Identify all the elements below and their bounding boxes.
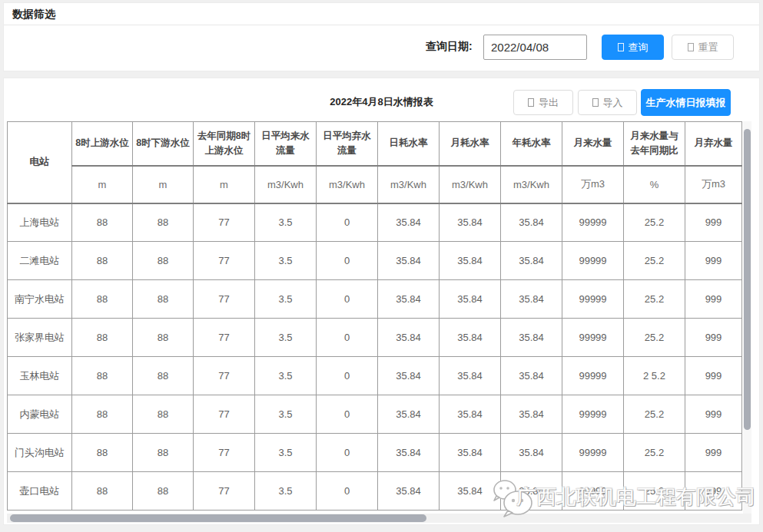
vertical-scrollbar: [743, 121, 751, 514]
data-cell: 88: [72, 242, 133, 280]
data-cell: 88: [72, 280, 133, 319]
daily-report-fill-button[interactable]: 生产水情日报填报: [641, 89, 731, 116]
column-unit: %: [624, 166, 685, 203]
data-cell: 35.84: [378, 434, 440, 472]
column-header: 月来水量与去年同期比: [624, 122, 685, 166]
column-unit: m: [194, 166, 255, 203]
table-row: 内蒙电站8888773.5035.8435.8435.849999925.299…: [8, 395, 742, 434]
column-unit: m3/Kwh: [317, 166, 378, 203]
table-row: 门头沟电站8888773.5035.8435.8435.849999925.29…: [8, 434, 742, 472]
data-cell: 99999: [562, 280, 624, 319]
query-date-input[interactable]: [483, 35, 587, 60]
data-cell: 88: [72, 472, 133, 511]
data-cell: 0: [317, 472, 378, 511]
data-cell: 77: [194, 203, 255, 242]
data-cell: 25.2: [624, 203, 685, 242]
data-cell: 35.84: [501, 319, 562, 357]
data-cell: 88: [133, 434, 194, 472]
station-cell: 南宁水电站: [8, 280, 72, 319]
data-cell: 3.5: [255, 203, 317, 242]
column-unit: m3/Kwh: [440, 166, 501, 203]
column-header: 日平均来水流量: [255, 122, 317, 166]
data-cell: 35.84: [440, 357, 501, 395]
search-button[interactable]: 查询: [602, 35, 664, 60]
column-unit: m3/Kwh: [255, 166, 317, 203]
data-cell: 0: [317, 434, 378, 472]
import-button[interactable]: 导入: [578, 90, 637, 115]
data-cell: 3.5: [255, 395, 317, 434]
data-cell: 88: [72, 395, 133, 434]
data-cell: 88: [133, 319, 194, 357]
data-cell: 88: [133, 395, 194, 434]
horizontal-scrollbar-thumb[interactable]: [10, 514, 426, 522]
filter-panel-title: 数据筛选: [4, 3, 759, 25]
data-cell: 99999: [562, 203, 624, 242]
data-cell: 2 5.2: [624, 357, 685, 395]
data-cell: 77: [194, 395, 255, 434]
data-cell: 35.84: [440, 395, 501, 434]
data-cell: 35.84: [501, 203, 562, 242]
data-cell: 88: [72, 203, 133, 242]
column-header: 月来水量: [562, 122, 624, 166]
data-cell: 35.84: [440, 434, 501, 472]
query-date-label: 查询日期:: [426, 34, 473, 59]
station-cell: 玉林电站: [8, 357, 72, 395]
horizontal-scrollbar: [7, 514, 751, 523]
station-cell: 门头沟电站: [8, 434, 72, 472]
data-cell: 999: [685, 242, 742, 280]
data-cell: 35.84: [440, 203, 501, 242]
report-table: 电站8时上游水位8时下游水位去年同期8时上游水位日平均来水流量日平均弃水流量日耗…: [7, 121, 742, 511]
data-cell: 3.5: [255, 242, 317, 280]
data-cell: 3.5: [255, 472, 317, 511]
data-cell: 88: [133, 242, 194, 280]
column-unit: 万m3: [685, 166, 742, 203]
data-cell: 88: [133, 280, 194, 319]
data-cell: 99999: [562, 357, 624, 395]
column-header: 月弃水量: [685, 122, 742, 166]
data-cell: 99999: [562, 242, 624, 280]
station-cell: 内蒙电站: [8, 395, 72, 434]
search-button-label: 查询: [629, 41, 649, 55]
reset-icon: [688, 43, 694, 51]
data-cell: 77: [194, 242, 255, 280]
data-cell: 77: [194, 280, 255, 319]
data-cell: 35.84: [440, 472, 501, 511]
station-cell: 张家界电站: [8, 319, 72, 357]
data-cell: 25.2: [624, 242, 685, 280]
data-cell: 999: [685, 357, 742, 395]
data-cell: 77: [194, 357, 255, 395]
data-cell: 25.2: [624, 280, 685, 319]
data-cell: 0: [317, 280, 378, 319]
data-cell: 88: [133, 203, 194, 242]
vertical-scrollbar-thumb[interactable]: [744, 129, 751, 430]
data-cell: 35.84: [378, 242, 440, 280]
data-cell: 35.84: [378, 395, 440, 434]
data-cell: 999: [685, 472, 742, 511]
station-cell: 上海电站: [8, 203, 72, 242]
data-cell: 0: [317, 242, 378, 280]
data-cell: 99999: [562, 319, 624, 357]
data-cell: 77: [194, 472, 255, 511]
data-cell: 35.84: [501, 434, 562, 472]
filter-panel: 数据筛选 查询日期: 查询 重置: [3, 2, 760, 71]
data-cell: 35.84: [378, 472, 440, 511]
column-header: 年耗水率: [501, 122, 562, 166]
data-cell: 35.84: [440, 280, 501, 319]
reset-button[interactable]: 重置: [672, 35, 734, 60]
data-cell: 3.5: [255, 357, 317, 395]
import-icon: [592, 98, 599, 107]
data-cell: 35.84: [378, 357, 440, 395]
station-cell: 壶口电站: [8, 472, 72, 511]
column-unit: m3/Kwh: [501, 166, 562, 203]
table-row: 上海电站8888773.5035.8435.8435.849999925.299…: [8, 203, 742, 242]
table-row: 玉林电站8888773.5035.8435.8435.84999992 5.29…: [8, 357, 742, 395]
column-header: 8时下游水位: [133, 122, 194, 166]
column-header-station: 电站: [8, 122, 72, 203]
data-cell: 88: [72, 434, 133, 472]
data-cell: 999: [685, 434, 742, 472]
column-unit: m: [133, 166, 194, 203]
data-cell: 3.5: [255, 319, 317, 357]
export-button[interactable]: 导出: [513, 90, 573, 115]
data-cell: 35.84: [378, 280, 440, 319]
export-button-label: 导出: [539, 96, 559, 110]
